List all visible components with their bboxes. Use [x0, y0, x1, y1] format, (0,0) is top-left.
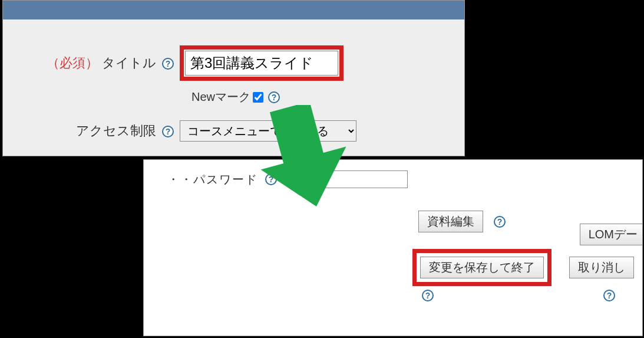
- save-highlight-box: 変更を保存して終了: [412, 249, 551, 286]
- title-highlight-box: [180, 45, 344, 81]
- new-mark-label: Newマーク: [191, 89, 250, 105]
- required-label: （必須）: [47, 55, 98, 70]
- access-label: アクセス制限: [76, 123, 156, 138]
- lom-data-button[interactable]: LOMデー: [580, 224, 642, 245]
- title-label-cell: （必須） タイトル ?: [3, 54, 180, 72]
- help-icon[interactable]: ?: [162, 126, 174, 137]
- save-and-exit-button[interactable]: 変更を保存して終了: [420, 257, 544, 278]
- bottom-panel: ・・パスワード ? 資料編集 ? 変更を保存して終了 取り消し ? ? LOMデ…: [143, 159, 643, 336]
- help-icon[interactable]: ?: [494, 216, 506, 228]
- edit-button-row: 資料編集 ?: [144, 211, 642, 232]
- new-mark-row: Newマーク ?: [3, 89, 464, 105]
- title-label: タイトル: [102, 55, 156, 70]
- help-icon[interactable]: ?: [603, 290, 615, 301]
- help-icon[interactable]: ?: [422, 290, 434, 301]
- svg-marker-0: [259, 105, 354, 211]
- help-icon[interactable]: ?: [162, 58, 174, 70]
- password-label: ・・パスワード: [144, 172, 258, 188]
- cancel-button[interactable]: 取り消し: [569, 257, 634, 278]
- access-row: アクセス制限 ? コースメニューで表示する: [3, 116, 464, 146]
- password-row: ・・パスワード ?: [144, 160, 642, 194]
- save-cancel-row: 変更を保存して終了 取り消し: [144, 249, 642, 286]
- top-form-panel: （必須） タイトル ? Newマーク ? アクセス制限 ? コースメニューで表示…: [2, 0, 465, 156]
- new-mark-checkbox[interactable]: [253, 92, 263, 103]
- help-icon[interactable]: ?: [268, 91, 280, 103]
- green-arrow-icon: [259, 105, 354, 211]
- help-icons-row: ? ?: [144, 290, 642, 301]
- title-row: （必須） タイトル ?: [3, 41, 464, 86]
- header-bar: [3, 1, 464, 19]
- access-label-cell: アクセス制限 ?: [3, 122, 180, 140]
- edit-material-button[interactable]: 資料編集: [418, 211, 483, 232]
- title-input[interactable]: [185, 51, 338, 76]
